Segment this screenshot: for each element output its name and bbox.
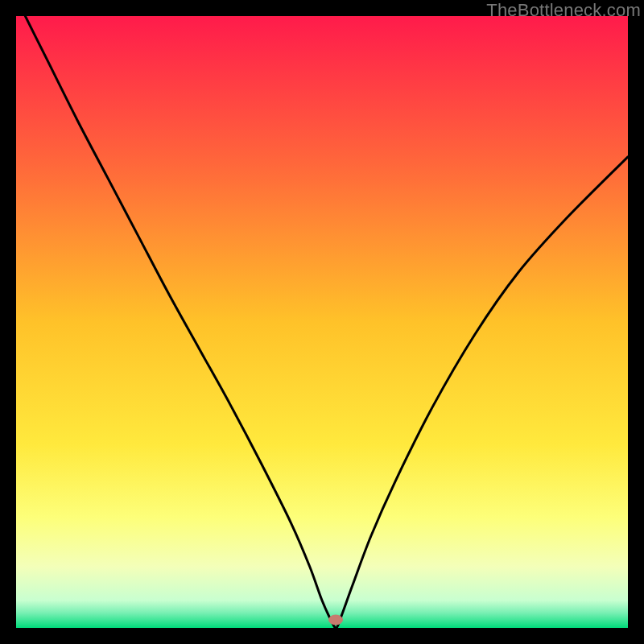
watermark-text: TheBottleneck.com	[486, 0, 641, 21]
gradient-background	[16, 16, 628, 628]
chart-frame	[16, 16, 628, 628]
optimal-point-marker	[328, 615, 343, 625]
bottleneck-chart	[16, 16, 628, 628]
